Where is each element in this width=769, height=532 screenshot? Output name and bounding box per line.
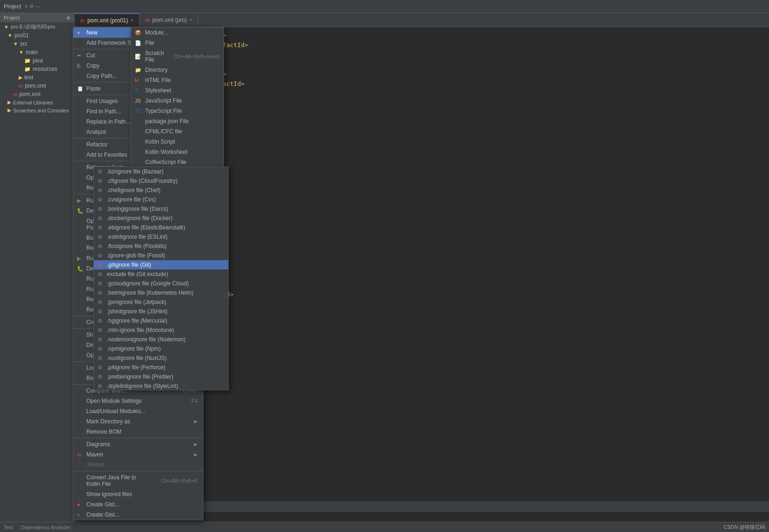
tab-close-btn[interactable]: × xyxy=(131,18,134,23)
submenu-new-ts[interactable]: TS TypeScript File xyxy=(131,106,224,116)
menu-item-label: Diagrams xyxy=(86,441,110,448)
ignore-floobits[interactable]: ⚙ .flooignore file (Floobits) xyxy=(94,242,228,251)
submenu-new-js[interactable]: JS JavaScript File xyxy=(131,96,224,106)
menu-item-diagrams[interactable]: Diagrams xyxy=(73,439,203,449)
submenu-new-stylesheet[interactable]: S Stylesheet xyxy=(131,85,224,96)
menu-item-label: .cvsignore file (Cvs) xyxy=(107,196,156,203)
ignore-fossil[interactable]: ⚙ .ignore-glob file (Fossil) xyxy=(94,251,228,260)
tab-bar: m pom.xml (pro01) × m pom.xml (pro) × xyxy=(75,13,769,27)
ignore-nuxtjs[interactable]: ⚙ .nuxtignore file (NuxtJS) xyxy=(94,353,228,363)
menu-item-label: .gcloudignore file (Google Cloud) xyxy=(107,280,189,287)
menu-item-label: .mtn-ignore file (Monotone) xyxy=(107,327,174,333)
ignore-mercurial[interactable]: ⚙ .hgignore file (Mercurial) xyxy=(94,316,228,325)
menu-item-label: Analyze xyxy=(86,129,106,135)
debug-icon: 🐛 xyxy=(77,208,84,214)
tab-close-btn-2[interactable]: × xyxy=(190,17,193,22)
title-bar: Project ≡ ⚙ — xyxy=(0,0,769,13)
tree-item-pro01[interactable]: ▼ pro01 xyxy=(0,31,74,40)
submenu-new-module[interactable]: 📦 Module... xyxy=(131,28,224,38)
ignore-chef[interactable]: ⚙ .chefignore file (Chef) xyxy=(94,186,228,195)
tree-label: pro E:\后端代码\pro xyxy=(11,23,55,30)
tree-item-ext-libs[interactable]: ▶ External Libraries xyxy=(0,98,74,106)
menu-item-label: Find in Path... xyxy=(86,108,121,115)
tab-pom-pro[interactable]: m pom.xml (pro) × xyxy=(140,13,198,27)
tree-item-scratches[interactable]: ▶ Scratches and Consoles xyxy=(0,106,74,114)
ignore-kubernetes-helm[interactable]: ⚙ .helmignore file (Kubernetes Helm) xyxy=(94,288,228,297)
tree-label: pom.xml xyxy=(25,83,46,89)
submenu-new-package-json[interactable]: package.json File xyxy=(131,116,224,126)
sidebar-controls: ⚙ xyxy=(66,15,70,21)
submenu-new-kotlin-script[interactable]: Kotlin Script xyxy=(131,137,224,147)
ignore-docker[interactable]: ⚙ .dockerignore file (Docker) xyxy=(94,214,228,223)
menu-item-load-unload[interactable]: Load/Unload Modules... xyxy=(73,406,203,416)
tree-item-java[interactable]: 📁 java xyxy=(0,56,74,65)
menu-item-create-gist-2[interactable]: ● Create Gist... xyxy=(73,510,203,520)
jetpack-icon: ⚙ xyxy=(98,299,102,305)
eslint-icon: ⚙ xyxy=(98,234,102,240)
submenu-new-cfml[interactable]: CFML/CFC file xyxy=(131,126,224,137)
ignore-npm[interactable]: ⚙ .npmignore file (Npm) xyxy=(94,344,228,353)
tree-item-pom-xml-2[interactable]: m pom.xml xyxy=(0,90,74,98)
ignore-eslint[interactable]: ⚙ .eslintignore file (ESLint) xyxy=(94,232,228,242)
menu-item-label: .gitignore file (Git) xyxy=(107,262,151,268)
menu-item-mark-directory-as[interactable]: Mark Directory as xyxy=(73,416,203,427)
menu-item-create-gist-1[interactable]: ● Create Gist... xyxy=(73,499,203,510)
ignore-git-exclude[interactable]: ⚙ exclude file (Git exclude) xyxy=(94,269,228,279)
tree-item-pom-xml[interactable]: m pom.xml xyxy=(0,82,74,90)
css-icon: S xyxy=(135,88,138,93)
folder-icon: 📁 xyxy=(24,58,31,64)
menu-item-label: .p4ignore file (Perforce) xyxy=(107,364,165,371)
cf-icon: ⚙ xyxy=(98,178,102,184)
menu-item-label: New xyxy=(86,29,98,36)
tab-pom-pro01[interactable]: m pom.xml (pro01) × xyxy=(75,13,140,27)
menu-item-remove-bom[interactable]: Remove BOM xyxy=(73,427,203,437)
menu-item-label: Load/Unload Modules... xyxy=(86,408,146,415)
menu-separator xyxy=(73,438,203,438)
maven-tab-icon-2: m xyxy=(145,17,149,23)
tree-label: src xyxy=(20,41,28,47)
ignore-perforce[interactable]: ⚙ .p4ignore file (Perforce) xyxy=(94,363,228,372)
ignore-darcs[interactable]: ⚙ .boringignore file (Darcs) xyxy=(94,204,228,214)
new-icon: + xyxy=(77,30,80,35)
ignore-cloudfoundry[interactable]: ⚙ .cfignore file (CloudFoundry) xyxy=(94,176,228,186)
ts-icon: TS xyxy=(135,108,141,114)
ignore-cvs[interactable]: ⚙ .cvsignore file (Cvs) xyxy=(94,195,228,204)
p4-icon: ⚙ xyxy=(98,365,102,371)
ignore-git[interactable]: ⚙ .gitignore file (Git) xyxy=(94,260,228,269)
submenu-new-html[interactable]: H HTML File xyxy=(131,75,224,85)
folder-icon: ▼ xyxy=(4,24,9,30)
submenu-new-scratch[interactable]: 📝 Scratch File Ctrl+Alt+Shift+Insert xyxy=(131,48,224,65)
menu-item-show-ignored-files[interactable]: Show ignored files xyxy=(73,489,203,499)
submenu-new-directory[interactable]: 📁 Directory xyxy=(131,65,224,75)
tree-label: External Libraries xyxy=(13,100,53,105)
menu-item-open-module-settings[interactable]: Open Module Settings F4 xyxy=(73,396,203,406)
tree-item-resources[interactable]: 📁 resources xyxy=(0,65,74,73)
ignore-jshint[interactable]: ⚙ .jshintignore file (JSHint) xyxy=(94,307,228,316)
ignore-gcloud[interactable]: ⚙ .gcloudignore file (Google Cloud) xyxy=(94,279,228,288)
ignore-bazaar[interactable]: ⚙ .bzrignore file (Bazaar) xyxy=(94,167,228,176)
submenu-new-file[interactable]: 📄 File xyxy=(131,38,224,48)
menu-item-maven[interactable]: m Maven xyxy=(73,449,203,460)
ignore-nodemon[interactable]: ⚙ .nodemonignore file (Nodemon) xyxy=(94,335,228,344)
submenu-new-coffeescript[interactable]: CoffeeScript File xyxy=(131,157,224,167)
menu-item-label: .stylelintignore file (StyleLint) xyxy=(107,383,178,389)
ignore-jetpack[interactable]: ⚙ .jpmignore file (Jetpack) xyxy=(94,297,228,307)
tree-item-pro[interactable]: ▼ pro E:\后端代码\pro xyxy=(0,22,74,31)
tree-item-main[interactable]: ▼ main xyxy=(0,48,74,56)
menu-item-convert-java[interactable]: Convert Java File to Kotlin File Ctrl+Al… xyxy=(73,472,203,489)
ignore-prettier[interactable]: ⚙ .prettierignore file (Prettier) xyxy=(94,372,228,381)
menu-item-label: Convert Java File to Kotlin File xyxy=(86,474,151,487)
run-icon: ▶ xyxy=(77,198,81,204)
submenu-new-kotlin-worksheet[interactable]: Kotlin Worksheet xyxy=(131,147,224,157)
js-icon: JS xyxy=(135,98,141,104)
sidebar-title: Project xyxy=(4,15,20,21)
ignore-monotone[interactable]: ⚙ .mtn-ignore file (Monotone) xyxy=(94,325,228,335)
ignore-stylelint[interactable]: ⚙ .stylelintignore file (StyleLint) xyxy=(94,381,228,390)
module-icon: 📦 xyxy=(135,30,141,36)
gist-icon-1: ● xyxy=(77,502,80,507)
menu-item-label: exclude file (Git exclude) xyxy=(107,271,168,277)
ignore-elasticbeanstalk[interactable]: ⚙ .ebignore file (ElasticBeanstalk) xyxy=(94,223,228,232)
tree-item-test[interactable]: ▶ test xyxy=(0,73,74,82)
cvs-icon: ⚙ xyxy=(98,197,102,203)
tree-item-src[interactable]: ▼ src xyxy=(0,40,74,48)
